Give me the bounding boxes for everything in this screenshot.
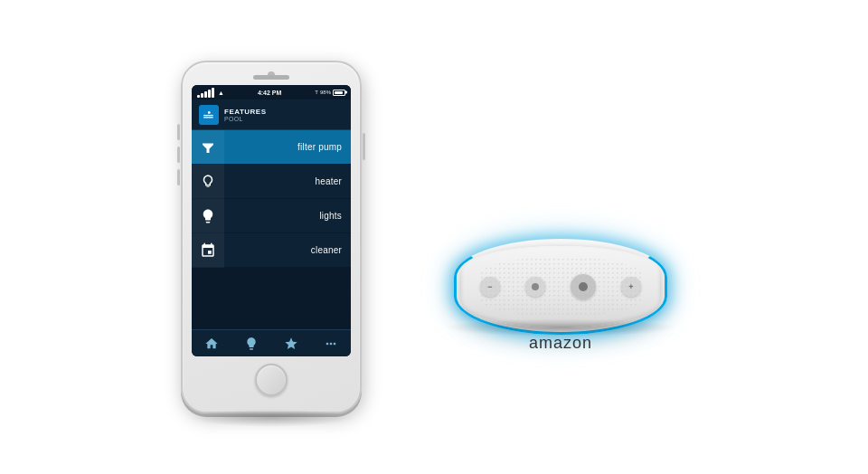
battery-fill [335, 91, 343, 94]
cleaner-icon-box [192, 233, 224, 268]
echo-mute-btn[interactable] [525, 277, 545, 297]
lights-icon-box [192, 199, 224, 233]
heater-icon [200, 174, 216, 190]
phone-speaker [253, 75, 289, 80]
app-header-text: FEATURES POOL [224, 108, 267, 122]
lights-icon [200, 208, 216, 224]
scene: ▲ 4:42 PM T 98% [181, 61, 687, 413]
phone-side-button-left-3 [177, 169, 180, 185]
echo-dot-device: − + amazon [434, 147, 687, 327]
heater-icon-box [192, 165, 224, 199]
action-circle[interactable] [571, 274, 596, 299]
status-time: 4:42 PM [258, 90, 281, 96]
app-header: FEATURES POOL [192, 100, 351, 130]
echo-brand-label: amazon [529, 334, 592, 353]
app-logo-icon [199, 105, 219, 125]
phone-side-button-left-2 [177, 147, 180, 163]
signal-bar-1 [197, 95, 200, 98]
cleaner-icon [200, 242, 216, 259]
carrier-label: T [315, 90, 318, 95]
nav-home-icon[interactable] [204, 337, 219, 351]
phone-shadow [190, 409, 353, 427]
phone-home-button[interactable] [255, 364, 288, 396]
nav-light-icon[interactable] [244, 337, 259, 351]
lights-label: lights [224, 211, 351, 221]
echo-shadow [443, 318, 678, 337]
status-left: ▲ [197, 88, 224, 98]
status-right: T 98% [315, 90, 345, 96]
nav-more-icon[interactable] [324, 337, 338, 351]
battery-pct: 98% [320, 90, 331, 95]
features-label: FEATURES [224, 108, 267, 116]
mute-dot [532, 283, 539, 290]
volume-down-circle[interactable]: − [480, 277, 500, 297]
echo-action-btn[interactable] [571, 274, 596, 299]
echo-dot-body: − + amazon [461, 246, 660, 327]
battery-icon [333, 90, 345, 96]
cleaner-label: cleaner [224, 245, 351, 255]
echo-volume-up-btn[interactable]: + [621, 277, 641, 297]
volume-up-circle[interactable]: + [621, 277, 641, 297]
signal-bar-5 [212, 88, 214, 98]
menu-item-cleaner[interactable]: cleaner [192, 233, 351, 268]
mute-circle[interactable] [525, 277, 545, 297]
signal-bar-2 [201, 93, 203, 98]
filter-pump-icon-box [192, 130, 224, 165]
phone-body: ▲ 4:42 PM T 98% [181, 61, 362, 413]
phone-side-button-right [363, 133, 365, 160]
signal-bar-4 [208, 90, 211, 98]
wifi-icon: ▲ [218, 90, 224, 96]
pool-label: POOL [224, 116, 267, 122]
phone-screen: ▲ 4:42 PM T 98% [192, 85, 351, 356]
signal-bar-3 [204, 91, 207, 98]
phone-side-button-left-1 [177, 124, 180, 140]
menu-item-heater[interactable]: heater [192, 165, 351, 199]
echo-button-group: − + [480, 274, 641, 299]
app-bottom-nav [192, 329, 351, 356]
heater-label: heater [224, 176, 351, 186]
signal-icon [197, 88, 214, 98]
echo-volume-down-btn[interactable]: − [480, 277, 500, 297]
phone-device: ▲ 4:42 PM T 98% [181, 61, 362, 413]
nav-star-icon[interactable] [284, 337, 298, 351]
filter-pump-label: filter pump [224, 142, 351, 152]
menu-item-filter-pump[interactable]: filter pump [192, 130, 351, 165]
status-bar: ▲ 4:42 PM T 98% [192, 85, 351, 100]
menu-list: filter pump heater [192, 130, 351, 268]
filter-pump-icon [200, 139, 216, 156]
action-dot [579, 282, 588, 291]
menu-item-lights[interactable]: lights [192, 199, 351, 233]
pool-icon-svg [203, 109, 215, 121]
